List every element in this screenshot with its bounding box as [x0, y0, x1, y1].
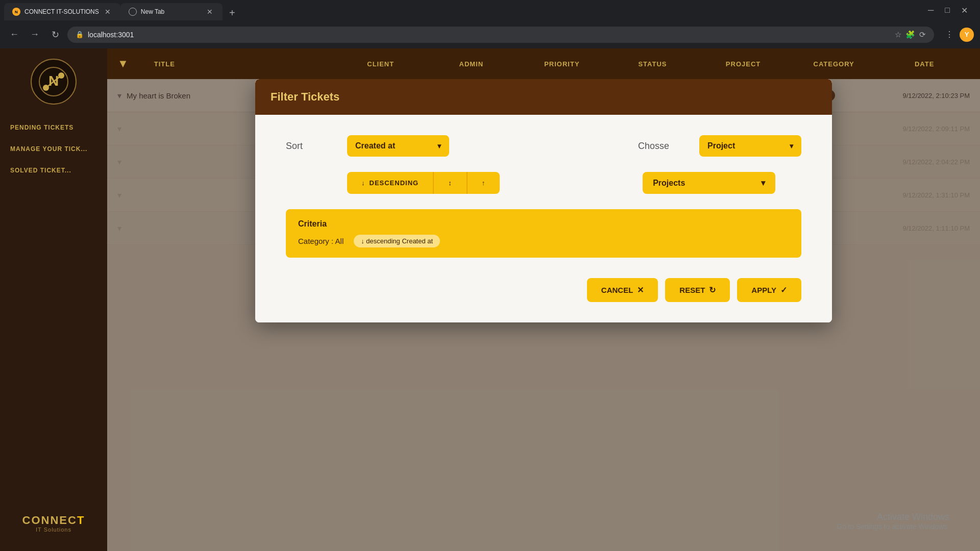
connect-favicon: N — [12, 8, 20, 16]
sidebar: N PENDING TICKETS MANAGE YOUR TICK... SO… — [0, 48, 107, 551]
criteria-row: Category : All ↓ descending Created at — [298, 235, 789, 247]
filter-direction-row: ↓ DESCENDING ↕ ↑ — [347, 172, 801, 194]
col-status: Status — [607, 60, 698, 68]
col-date: Date — [879, 60, 970, 68]
table-header: ▼ Title Client Admin Priority Status Pro… — [107, 48, 980, 79]
maximize-button[interactable]: □ — [941, 4, 954, 17]
modal-backdrop: Filter Tickets Sort Created at ▾ Chosse — [107, 79, 980, 551]
choose-label: Chosse — [638, 141, 679, 152]
main-content: ▼ Title Client Admin Priority Status Pro… — [107, 48, 980, 551]
col-priority: Priority — [517, 60, 607, 68]
criteria-tag[interactable]: ↓ descending Created at — [354, 235, 440, 247]
sort-direction-group: ↓ DESCENDING ↕ ↑ — [347, 172, 500, 194]
settings-icon[interactable]: ⋮ — [942, 28, 957, 42]
tab-newtab-close[interactable]: ✕ — [205, 7, 214, 16]
sort-both-icon: ↕ — [448, 179, 452, 187]
address-display[interactable]: localhost:3001 — [88, 31, 134, 39]
windows-activation: Activate Windows Go to Settings to activ… — [837, 512, 949, 531]
modal-body: Sort Created at ▾ Chosse Project ▾ — [255, 115, 832, 322]
close-button[interactable]: ✕ — [957, 4, 972, 17]
apply-icon: ✓ — [780, 285, 787, 295]
tab-connect-title: CONNECT IT-SOLUTIONS — [24, 8, 99, 15]
sidebar-brand-area: CONNECT IT Solutions — [14, 506, 93, 541]
cancel-label: CANCEL — [601, 286, 633, 294]
reset-icon: ↻ — [709, 285, 716, 295]
table-body: ▾ My heart is Broken Yousef Waer NOt YET… — [107, 79, 980, 551]
modal-header: Filter Tickets — [255, 79, 832, 115]
col-title: Title — [154, 60, 335, 68]
criteria-tag-text: ↓ descending Created at — [361, 237, 433, 245]
activate-title: Activate Windows — [837, 512, 949, 522]
modal-actions: CANCEL ✕ RESET ↻ APPLY ✓ — [286, 273, 801, 302]
col-client: Client — [335, 60, 426, 68]
logo-svg: N — [38, 66, 69, 97]
sort-both-button[interactable]: ↕ — [434, 172, 468, 194]
projects-select-value: Projects — [653, 179, 685, 188]
tab-newtab[interactable]: New Tab ✕ — [120, 3, 223, 20]
filter-modal: Filter Tickets Sort Created at ▾ Chosse — [255, 79, 832, 322]
tab-connect[interactable]: N CONNECT IT-SOLUTIONS ✕ — [4, 3, 120, 20]
modal-title: Filter Tickets — [271, 90, 339, 103]
filter-sort-row: Sort Created at ▾ Chosse Project ▾ — [286, 135, 801, 157]
sync-icon[interactable]: ⟳ — [919, 30, 926, 39]
lock-icon: 🔒 — [76, 31, 84, 38]
logo[interactable]: N — [31, 59, 77, 105]
sidebar-item-solved[interactable]: SOLVED TICKET... — [0, 160, 107, 181]
forward-button[interactable]: → — [27, 27, 43, 43]
col-category: Category — [789, 60, 879, 68]
reload-button[interactable]: ↻ — [47, 27, 63, 43]
sidebar-brand: CONNECT — [22, 514, 85, 527]
criteria-box: Criteria Category : All ↓ descending Cre… — [286, 209, 801, 258]
minimize-button[interactable]: ─ — [924, 4, 938, 17]
sidebar-nav: PENDING TICKETS MANAGE YOUR TICK... SOLV… — [0, 117, 107, 181]
cancel-icon: ✕ — [637, 285, 644, 295]
reset-button[interactable]: RESET ↻ — [665, 278, 730, 302]
apply-label: APPLY — [751, 286, 776, 294]
sort-desc-icon: ↓ — [361, 179, 365, 187]
criteria-category: Category : All — [298, 237, 344, 245]
choose-select-value: Project — [707, 141, 735, 151]
apply-button[interactable]: APPLY ✓ — [737, 278, 801, 302]
back-button[interactable]: ← — [6, 27, 22, 43]
sort-dropdown-arrow: ▾ — [437, 142, 441, 150]
star-icon[interactable]: ☆ — [895, 30, 901, 39]
new-tab-button[interactable]: + — [225, 5, 240, 20]
sort-asc-icon: ↑ — [482, 179, 486, 187]
choose-select[interactable]: Project ▾ — [699, 135, 801, 157]
sort-descending-button[interactable]: ↓ DESCENDING — [347, 172, 434, 194]
tab-newtab-title: New Tab — [141, 8, 201, 15]
extensions-icon[interactable]: 🧩 — [905, 30, 915, 39]
filter-icon[interactable]: ▼ — [117, 57, 129, 70]
col-project: Project — [698, 60, 789, 68]
sort-label: Sort — [286, 141, 327, 152]
choose-dropdown-arrow: ▾ — [790, 142, 793, 150]
criteria-title: Criteria — [298, 219, 789, 229]
col-admin: Admin — [426, 60, 517, 68]
projects-dropdown-arrow: ▾ — [761, 178, 765, 188]
sidebar-brand-sub: IT Solutions — [22, 527, 85, 533]
cancel-button[interactable]: CANCEL ✕ — [587, 278, 658, 302]
sort-desc-label: DESCENDING — [370, 179, 419, 187]
user-avatar[interactable]: Y — [960, 28, 974, 42]
sort-select[interactable]: Created at ▾ — [347, 135, 449, 157]
activate-subtitle: Go to Settings to activate Windows. — [837, 522, 949, 531]
tab-connect-close[interactable]: ✕ — [103, 7, 112, 16]
sidebar-item-manage[interactable]: MANAGE YOUR TICK... — [0, 138, 107, 160]
reset-label: RESET — [679, 286, 705, 294]
sort-select-value: Created at — [355, 141, 395, 151]
projects-select[interactable]: Projects ▾ — [643, 172, 775, 194]
sidebar-item-pending[interactable]: PENDING TICKETS — [0, 117, 107, 138]
sort-ascending-button[interactable]: ↑ — [468, 172, 500, 194]
newtab-favicon — [129, 8, 137, 16]
